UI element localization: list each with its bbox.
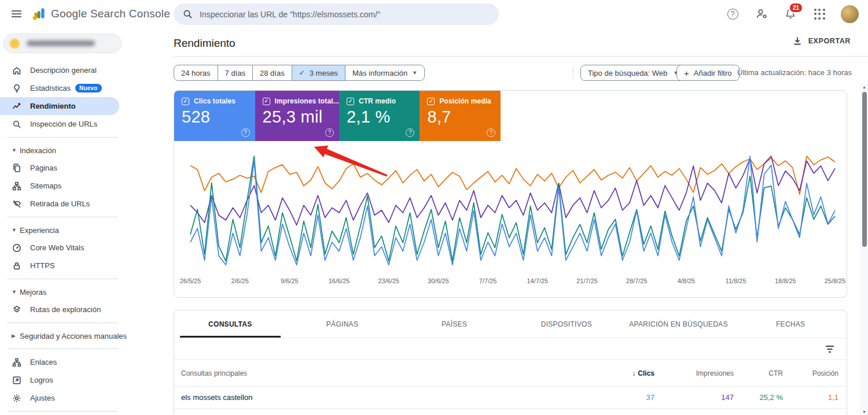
tab-label: DISPOSITIVOS: [541, 320, 592, 328]
column-header-ctr[interactable]: CTR: [734, 369, 783, 377]
add-filter-label: Añadir filtro: [694, 69, 732, 77]
tab-p-ginas[interactable]: PÁGINAS: [286, 310, 399, 338]
search-type-filter[interactable]: Tipo de búsqueda: Web ▼: [580, 65, 686, 81]
vertical-scrollbar[interactable]: ▲ ▼: [860, 84, 868, 415]
sitemaps-icon: [12, 181, 22, 191]
sidebar-item-label: Páginas: [30, 164, 57, 172]
scroll-up-icon[interactable]: ▲: [860, 85, 868, 89]
sidebar-item-estad-sticas[interactable]: EstadísticasNuevo: [0, 79, 174, 97]
notifications-button[interactable]: 21: [783, 6, 798, 21]
search-input[interactable]: [200, 10, 490, 19]
metric-help-icon[interactable]: ?: [325, 128, 334, 137]
account-avatar[interactable]: [841, 5, 859, 23]
tab-dispositivos[interactable]: DISPOSITIVOS: [510, 310, 623, 338]
sidebar-section-seguridad-y-acciones-manuales[interactable]: ▶Seguridad y Acciones manuales: [0, 327, 174, 344]
sidebar-item-rutas-de-exploraci-n[interactable]: Rutas de exploración: [0, 301, 174, 318]
product-name: Google Search Console: [51, 8, 170, 20]
url-inspection-search[interactable]: [174, 3, 499, 25]
x-tick-label: 26/5/25: [180, 277, 201, 284]
table-toolbar: [174, 338, 847, 360]
sidebar: Descripción generalEstadísticasNuevoRend…: [0, 28, 174, 415]
page-title: Rendimiento: [174, 37, 236, 50]
chart-line-ctr: [190, 156, 835, 261]
sidebar-item-enlaces[interactable]: Enlaces: [0, 353, 174, 371]
export-button[interactable]: EXPORTAR: [792, 36, 851, 46]
column-header-clics[interactable]: ↓Clics: [579, 369, 654, 377]
sidebar-divider: [7, 411, 118, 412]
checked-checkbox-icon[interactable]: ✓: [182, 98, 189, 105]
checked-checkbox-icon[interactable]: ✓: [263, 98, 270, 105]
sidebar-item-label: Enlaces: [30, 358, 57, 366]
sidebar-item-logros[interactable]: Logros: [0, 371, 174, 389]
tab-fechas[interactable]: FECHAS: [734, 310, 847, 338]
sidebar-section-indexaci-n[interactable]: ▼Indexación: [0, 142, 174, 159]
google-apps-button[interactable]: [812, 6, 827, 21]
sidebar-divider: [7, 349, 118, 349]
scroll-down-icon[interactable]: ▼: [860, 410, 868, 414]
chart-line-clics: [190, 156, 835, 265]
sidebar-item-core-web-vitals[interactable]: Core Web Vitals: [0, 239, 174, 257]
metric-card-clics-totales[interactable]: ✓Clics totales528?: [174, 91, 255, 141]
date-range-24-horas[interactable]: 24 horas: [174, 65, 218, 80]
column-header-impresiones[interactable]: Impresiones: [654, 369, 734, 377]
metric-card-posici-n-media[interactable]: ✓Posición media8,7?: [420, 91, 501, 141]
tab-aparici-n-en-b-squedas[interactable]: APARICIÓN EN BÚSQUEDAS: [623, 310, 735, 338]
sidebar-item-retirada-de-urls[interactable]: Retirada de URLs: [0, 195, 174, 213]
x-tick-label: 23/6/25: [378, 277, 399, 284]
metric-card-impresiones-total-[interactable]: ✓Impresiones total...25,3 mil?: [255, 91, 339, 141]
column-header-consultas[interactable]: Consultas principales: [181, 369, 579, 377]
performance-line-chart[interactable]: [188, 149, 837, 272]
sidebar-section-experiencia[interactable]: ▼Experiencia: [0, 221, 174, 239]
sidebar-item-https[interactable]: HTTPS: [0, 257, 174, 275]
sidebar-item-descripci-n-general[interactable]: Descripción general: [0, 61, 174, 79]
scrollbar-thumb[interactable]: [862, 92, 867, 247]
cell-impresiones: 147: [654, 393, 734, 402]
sidebar-item-p-ginas[interactable]: Páginas: [0, 159, 174, 177]
chart-line-impresiones: [190, 156, 835, 225]
date-range-28-d-as[interactable]: 28 días: [253, 65, 292, 80]
column-header-posicion[interactable]: Posición: [783, 369, 838, 377]
checked-checkbox-icon[interactable]: ✓: [347, 98, 354, 105]
tab-pa-ses[interactable]: PAÍSES: [398, 310, 510, 338]
property-selector[interactable]: [3, 34, 122, 53]
section-label: Indexación: [20, 146, 56, 155]
links-icon: [12, 357, 22, 368]
dimension-tabs: CONSULTASPÁGINASPAÍSESDISPOSITIVOSAPARIC…: [174, 310, 847, 338]
sidebar-item-label: Inspección de URLs: [30, 120, 97, 128]
app-logo[interactable]: Google Search Console: [31, 6, 170, 21]
more-info-dropdown[interactable]: Más información▼: [345, 65, 424, 80]
help-button[interactable]: ?: [725, 6, 740, 21]
x-tick-label: 16/6/25: [329, 277, 350, 284]
metric-help-icon[interactable]: ?: [487, 128, 495, 137]
check-icon: ✓: [299, 69, 305, 77]
checked-checkbox-icon[interactable]: ✓: [427, 98, 435, 105]
sidebar-item-label: Sitemaps: [30, 181, 61, 190]
table-row[interactable]: els mossets castellon3714725,2 %1,1: [174, 387, 847, 409]
sidebar-item-label: HTTPS: [30, 261, 55, 270]
performance-chart-card: ✓Clics totales528?✓Impresiones total...2…: [174, 90, 847, 298]
tab-consultas[interactable]: CONSULTAS: [174, 310, 286, 338]
x-axis-ticks: 26/5/252/6/259/6/2516/6/2523/6/2530/6/25…: [188, 276, 836, 290]
menu-icon[interactable]: [5, 2, 28, 25]
tab-label: FECHAS: [776, 320, 805, 328]
date-range-7-d-as[interactable]: 7 días: [218, 65, 253, 80]
metric-help-icon[interactable]: ?: [241, 128, 250, 137]
sidebar-section-mejoras[interactable]: ▼Mejoras: [0, 283, 174, 301]
sidebar-item-ajustes[interactable]: Ajustes: [0, 389, 174, 407]
chevron-right-icon: ▶: [12, 333, 20, 339]
sidebar-item-inspecci-n-de-urls[interactable]: Inspección de URLs: [0, 115, 174, 133]
section-label: Experiencia: [20, 226, 59, 235]
sidebar-item-rendimiento[interactable]: Rendimiento: [0, 97, 119, 115]
metric-label: Impresiones total...: [275, 97, 339, 105]
last-updated-text: Última actualización: hace 3 horas: [737, 68, 852, 77]
settings-icon: [12, 393, 22, 403]
metric-card-ctr-medio[interactable]: ✓CTR medio2,1 %?: [339, 91, 420, 141]
https-icon: [12, 261, 22, 271]
date-range-3-meses[interactable]: ✓3 meses: [292, 65, 345, 80]
filter-list-icon[interactable]: [825, 344, 835, 354]
account-settings-button[interactable]: [754, 6, 769, 21]
core-web-vitals-icon: [12, 243, 22, 253]
add-filter-button[interactable]: + Añadir filtro: [676, 65, 740, 81]
sidebar-item-sitemaps[interactable]: Sitemaps: [0, 177, 174, 195]
metric-help-icon[interactable]: ?: [406, 128, 414, 137]
